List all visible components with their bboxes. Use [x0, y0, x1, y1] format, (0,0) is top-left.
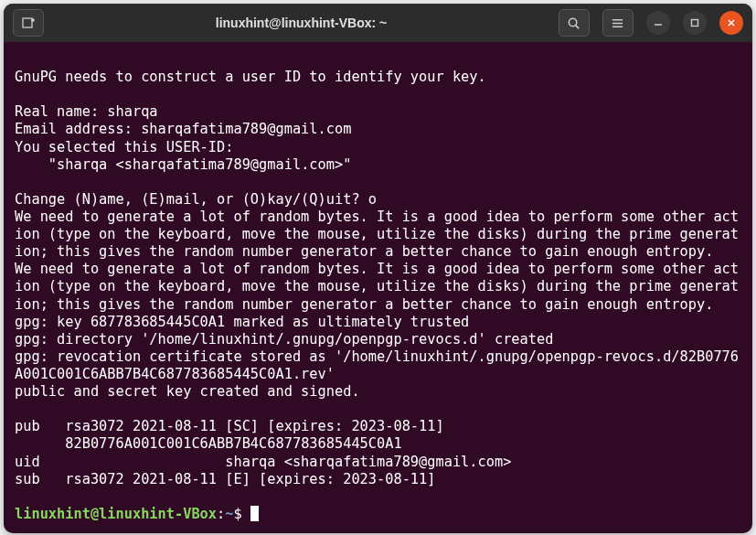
output-line: Email address: sharqafatima789@gmail.com [15, 121, 351, 137]
output-line: pub rsa3072 2021-08-11 [SC] [expires: 20… [15, 418, 444, 434]
search-button[interactable] [559, 9, 590, 37]
hamburger-icon [611, 16, 624, 30]
output-line: We need to generate a lot of random byte… [15, 209, 739, 260]
output-line: public and secret key created and signed… [15, 383, 360, 400]
close-button[interactable] [719, 11, 743, 35]
output-line: "sharqa <sharqafatima789@gmail.com>" [15, 156, 351, 173]
new-tab-button[interactable] [13, 9, 44, 37]
menu-button[interactable] [602, 9, 634, 37]
svg-rect-9 [691, 20, 697, 27]
output-line: Change (N)ame, (E)mail, or (O)kay/(Q)uit… [15, 191, 377, 208]
terminal-window: linuxhint@linuxhint-VBox: ~ GnuPG needs … [4, 4, 752, 533]
output-line: gpg: directory '/home/linuxhint/.gnupg/o… [15, 331, 553, 348]
titlebar: linuxhint@linuxhint-VBox: ~ [4, 4, 752, 42]
new-tab-icon [21, 16, 36, 30]
terminal-output[interactable]: GnuPG needs to construct a user ID to id… [4, 42, 752, 533]
svg-rect-0 [23, 18, 32, 27]
output-line: Real name: sharqa [15, 103, 158, 120]
output-line: gpg: revocation certificate stored as '/… [15, 348, 739, 382]
output-line: 82B0776A001C001C6ABB7B4C687783685445C0A1 [15, 435, 402, 452]
prompt-user: linuxhint@linuxhint-VBox [15, 506, 217, 522]
prompt-dollar: $ [233, 506, 250, 522]
output-line: sub rsa3072 2021-08-11 [E] [expires: 202… [15, 471, 435, 487]
svg-line-4 [576, 25, 579, 27]
prompt-colon: : [217, 506, 225, 522]
output-line: gpg: key 687783685445C0A1 marked as ulti… [15, 314, 469, 330]
output-line: We need to generate a lot of random byte… [15, 261, 739, 312]
maximize-button[interactable] [683, 11, 707, 35]
output-line: GnuPG needs to construct a user ID to id… [15, 69, 486, 85]
close-icon [726, 17, 737, 28]
minimize-button[interactable] [646, 11, 670, 35]
minimize-icon [653, 17, 664, 28]
svg-point-3 [570, 18, 577, 26]
maximize-icon [689, 17, 700, 28]
window-title: linuxhint@linuxhint-VBox: ~ [216, 16, 387, 30]
search-icon [567, 16, 580, 30]
output-line: uid sharqa <sharqafatima789@gmail.com> [15, 454, 511, 470]
output-line: You selected this USER-ID: [15, 139, 233, 155]
cursor [250, 506, 259, 521]
